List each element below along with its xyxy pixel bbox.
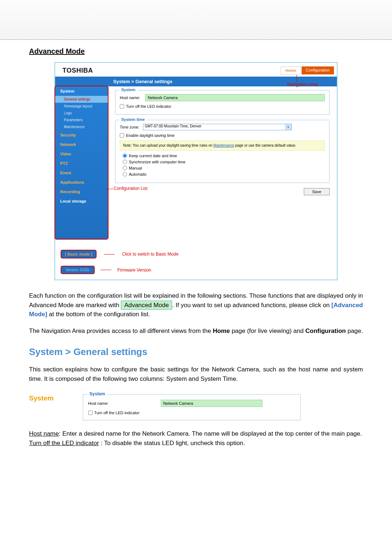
system-legend: System	[119, 87, 138, 92]
basic-mode-annotation: Click to switch to Basic Mode	[122, 252, 178, 257]
system-time-fieldset: System time Time zone: GMT-07:00 Mountai…	[115, 120, 330, 183]
dst-label: Enable daylight saving time	[126, 133, 175, 138]
sidebar-item-security[interactable]: Security	[55, 130, 108, 140]
led-checkbox[interactable]	[120, 104, 124, 109]
sidebar-item-general[interactable]: General settings	[55, 96, 108, 103]
paragraph-3: This section explains how to configure t…	[29, 365, 363, 383]
section-title: Advanced Mode	[29, 47, 363, 56]
led-label-2: Turn off the LED indicator	[94, 411, 140, 415]
radio-keep[interactable]	[123, 154, 127, 158]
sidebar-item-system[interactable]: System	[55, 86, 108, 96]
timezone-value: GMT-07:00 Mountain Time, Denver	[145, 124, 201, 128]
sidebar-item-maintenance[interactable]: Maintenance	[55, 123, 108, 130]
sidebar-item-ptz[interactable]: PTZ	[55, 159, 108, 168]
sidebar-item-network[interactable]: Network	[55, 140, 108, 149]
radio-auto[interactable]	[123, 172, 127, 176]
note-box: Note: You can upload your daylight savin…	[120, 140, 325, 151]
timezone-label: Time zone:	[120, 125, 139, 129]
sidebar: System General settings Homepage layout …	[55, 86, 108, 239]
sidebar-item-local-storage[interactable]: Local storage	[55, 196, 108, 206]
led-label: Turn off the LED indicator	[126, 104, 171, 109]
led-checkbox-2[interactable]	[88, 411, 93, 415]
advanced-mode-badge: Advanced Mode	[121, 301, 172, 310]
system-time-legend: System time	[119, 117, 147, 122]
sidebar-item-parameters[interactable]: Parameters	[55, 117, 108, 123]
paragraph-2: The Navigation Area provides access to a…	[29, 326, 363, 336]
config-list-annotation: Configuration List	[114, 186, 147, 191]
hostname-label: Host name:	[120, 95, 142, 100]
definition-hostname: Host name: Enter a desired name for the …	[29, 429, 363, 439]
sidebar-item-homepage[interactable]: Homepage layout	[55, 103, 108, 110]
version-annotation: Firmware Version	[117, 268, 151, 273]
radio-manual[interactable]	[123, 166, 127, 170]
dst-checkbox[interactable]	[120, 133, 124, 138]
definition-led: Turn off the LED indicator : To disable …	[29, 439, 363, 448]
system-fieldset: System Host name: Turn off the LED indic…	[115, 90, 330, 115]
system-subheader: System	[29, 394, 54, 402]
paragraph-1: Each function on the configuration list …	[29, 291, 363, 319]
sidebar-item-event[interactable]: Event	[55, 168, 108, 178]
sidebar-item-recording[interactable]: Recording	[55, 187, 108, 196]
system-fieldset-small: System Host name: Turn off the LED indic…	[83, 394, 301, 420]
hostname-input[interactable]	[145, 94, 325, 101]
brand-logo: TOSHIBA	[62, 67, 93, 74]
basic-mode-button[interactable]: [ Basic mode ]	[61, 250, 97, 258]
hostname-input-2[interactable]	[161, 400, 262, 407]
tab-configuration[interactable]: Configuration	[302, 66, 334, 74]
save-button[interactable]: Save	[304, 188, 330, 195]
heading-general-settings: System > General settings	[29, 346, 363, 358]
version-box: Version: 0100c	[61, 266, 95, 274]
chevron-down-icon: ▼	[285, 124, 291, 130]
tab-home[interactable]: Home	[281, 66, 301, 74]
system-legend-small: System	[87, 391, 107, 396]
maintenance-link[interactable]: Maintenance	[213, 143, 234, 147]
radio-sync[interactable]	[123, 160, 127, 164]
hostname-label-2: Host name:	[88, 401, 117, 406]
screenshot-frame: TOSHIBA Home Configuration Navigation Ar…	[54, 62, 338, 280]
sidebar-item-applications[interactable]: Applications	[55, 178, 108, 187]
sidebar-item-video[interactable]: Video	[55, 149, 108, 159]
timezone-select[interactable]: GMT-07:00 Mountain Time, Denver ▼	[143, 124, 292, 130]
sidebar-item-logs[interactable]: Logs	[55, 110, 108, 117]
